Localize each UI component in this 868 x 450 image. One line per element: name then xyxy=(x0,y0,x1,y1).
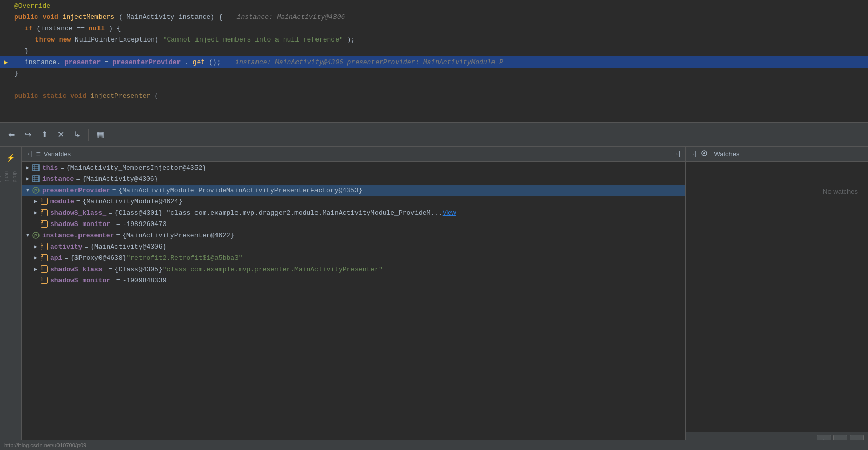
code-line-1[interactable]: @Override xyxy=(0,0,868,11)
expand-instance[interactable]: ▶ xyxy=(24,175,32,183)
var-eq-shadow-monitor: = xyxy=(116,220,121,228)
hint-instance-4306: instance: MainActivity@4306 xyxy=(237,13,345,21)
field-presenterprovider: presenterProvider xyxy=(113,58,181,66)
variables-title: Variables xyxy=(44,150,71,158)
var-stringvalue-shadow-klass2: "class com.example.mvp.presenter.MainAct… xyxy=(163,265,383,273)
icon-shadow-klass2: f xyxy=(40,265,48,273)
expand-this[interactable]: ▶ xyxy=(24,163,32,172)
expand-shadow-klass[interactable]: ▶ xyxy=(32,209,40,217)
icon-api: f xyxy=(40,254,48,262)
toolbar-btn-view[interactable]: ▦ xyxy=(93,128,107,142)
kw-void-9: void xyxy=(70,92,86,100)
var-value-shadow-monitor: -1989260473 xyxy=(123,220,167,228)
var-value-module: {MainActivityModule@4624} xyxy=(83,198,183,206)
status-bar: http://blog.csdn.net/u010700/p09 xyxy=(0,440,868,450)
var-row-shadow-klass[interactable]: ▶ f shadow$_klass_ = {Class@4301} "class… xyxy=(22,207,685,218)
var-eq-shadow-klass2: = xyxy=(108,265,112,273)
line-arrow-6: ▶ xyxy=(4,58,12,66)
icon-activity: f xyxy=(40,242,48,251)
kw-public-2: public xyxy=(14,13,38,21)
field-icon-module: f xyxy=(41,198,48,205)
variables-pin-left[interactable]: →| xyxy=(26,151,33,158)
filter-btn[interactable]: ⚡ xyxy=(4,151,18,165)
var-row-presenterprovider[interactable]: ▼ P presenterProvider = {MainActivityMod… xyxy=(22,185,685,196)
watches-panel-header: →| Watches xyxy=(686,147,868,162)
var-eq-api: = xyxy=(64,254,68,262)
variables-content[interactable]: ▶ this = {MainActivity_MembersInjector@4… xyxy=(22,162,685,450)
kw-new: new xyxy=(59,36,71,44)
code-line-6[interactable]: ▶ instance. presenter = presenterProvide… xyxy=(0,56,868,68)
toolbar-btn-stepout[interactable]: ⬆ xyxy=(37,128,51,142)
icon-instance xyxy=(32,175,40,183)
icon-shadow-monitor: f xyxy=(40,220,48,228)
code-content-5: } xyxy=(12,47,868,55)
variables-pin-right[interactable]: →| xyxy=(674,151,681,158)
var-row-shadow-monitor2[interactable]: ▶ f shadow$_monitor_ = -1909848339 xyxy=(22,275,685,286)
code-content-6: instance. presenter = presenterProvider … xyxy=(12,58,868,66)
hint-presenter-provider: instance: MainActivity@4306 presenterPro… xyxy=(235,58,503,66)
icon-shadow-monitor2: f xyxy=(40,276,48,284)
var-value-shadow-klass2: {Class@4305} xyxy=(114,265,163,273)
var-eq-activity: = xyxy=(84,243,88,251)
kw-throw: throw xyxy=(35,36,55,44)
var-stringvalue-api: "retrofit2.Retrofit$1@a5bba3" xyxy=(126,254,242,262)
var-value-presenterprovider: {MainActivityModule_ProvideMainActivityP… xyxy=(118,187,362,194)
field-icon-api: f xyxy=(41,254,48,261)
view-link-shadow-klass[interactable]: View xyxy=(443,209,456,216)
toolbar-btn-stepover[interactable]: ↪ xyxy=(21,128,35,142)
expand-module[interactable]: ▶ xyxy=(32,197,40,206)
var-eq-shadow-monitor2: = xyxy=(116,277,121,284)
code-line-4[interactable]: throw new NullPointerException( "Cannot … xyxy=(0,34,868,45)
expand-instance-presenter[interactable]: ▼ xyxy=(24,231,32,239)
variables-panel: →| ≡ Variables →| ▶ this = {MainActivity… xyxy=(22,147,686,450)
code-content-4: throw new NullPointerException( "Cannot … xyxy=(12,36,868,44)
icon-shadow-klass: f xyxy=(40,209,48,217)
toolbar-btn-stop[interactable]: ✕ xyxy=(53,128,68,142)
var-name-shadow-monitor2: shadow$_monitor_ xyxy=(50,277,114,284)
var-name-shadow-monitor: shadow$_monitor_ xyxy=(50,220,114,228)
expand-api[interactable]: ▶ xyxy=(32,254,40,262)
code-content-3: if (instance == null ) { xyxy=(12,25,868,32)
var-row-shadow-klass2[interactable]: ▶ f shadow$_klass_ = {Class@4305} "class… xyxy=(22,263,685,275)
watches-icon xyxy=(700,149,708,159)
code-line-9[interactable]: public static void injectPresenter ( xyxy=(0,90,868,101)
code-line-5[interactable]: } xyxy=(0,45,868,56)
expand-presenterprovider[interactable]: ▼ xyxy=(24,186,32,194)
icon-module: f xyxy=(40,197,48,206)
debug-panels: ⚡ Memb mbe ent xam droid nent ivityT tyT… xyxy=(0,147,868,450)
var-row-api[interactable]: ▶ f api = {$Proxy0@4638} "retrofit2.Retr… xyxy=(22,252,685,263)
kw-static-9: static xyxy=(43,92,67,100)
var-row-this[interactable]: ▶ this = {MainActivity_MembersInjector@4… xyxy=(22,162,685,173)
var-eq-instance-presenter: = xyxy=(116,232,120,239)
var-name-instance: instance xyxy=(42,175,74,183)
expand-shadow-klass2[interactable]: ▶ xyxy=(32,265,40,273)
left-gutter-panel: ⚡ Memb mbe ent xam droid nent ivityT tyT… xyxy=(0,147,22,450)
var-row-activity[interactable]: ▶ f activity = {MainActivity@4306} xyxy=(22,241,685,252)
toolbar-btn-back[interactable]: ⬅ xyxy=(4,128,18,142)
var-eq-shadow-klass: = xyxy=(108,209,112,217)
toolbar-btn-stepinto[interactable]: ↳ xyxy=(70,128,84,142)
variables-icon: ≡ xyxy=(36,150,40,158)
watches-pin-left[interactable]: →| xyxy=(690,151,697,158)
expand-activity[interactable]: ▶ xyxy=(32,242,40,251)
var-row-instance-presenter[interactable]: ▼ P instance.presenter = {MainActivityPr… xyxy=(22,230,685,241)
kw-void-2: void xyxy=(43,13,58,21)
code-editor-area: @Override public void injectMembers ( Ma… xyxy=(0,0,868,123)
kw-public-9: public xyxy=(14,92,38,100)
watches-content: No watches xyxy=(686,162,868,432)
var-row-shadow-monitor[interactable]: ▶ f shadow$_monitor_ = -1989260473 xyxy=(22,218,685,230)
code-line-2[interactable]: public void injectMembers ( MainActivity… xyxy=(0,11,868,23)
var-row-instance[interactable]: ▶ instance = {MainActivity@4306} xyxy=(22,173,685,185)
left-label-droid: droid xyxy=(11,171,19,186)
var-name-instance-presenter: instance.presenter xyxy=(42,232,114,239)
var-value-shadow-klass: {Class@4301} "class com.example.mvp.drag… xyxy=(114,209,443,217)
var-eq-presenterprovider: = xyxy=(112,187,116,194)
icon-presenterprovider: P xyxy=(32,186,40,194)
field-icon-shadow-klass: f xyxy=(41,209,48,216)
code-line-7[interactable]: } xyxy=(0,68,868,79)
left-label-ivityt: ivityT xyxy=(0,171,3,186)
watches-panel: →| Watches No watches + − ▲ xyxy=(686,147,868,450)
var-row-module[interactable]: ▶ f module = {MainActivityModule@4624} xyxy=(22,196,685,207)
field-icon-shadow-klass2: f xyxy=(41,265,48,273)
code-line-3[interactable]: if (instance == null ) { xyxy=(0,23,868,34)
